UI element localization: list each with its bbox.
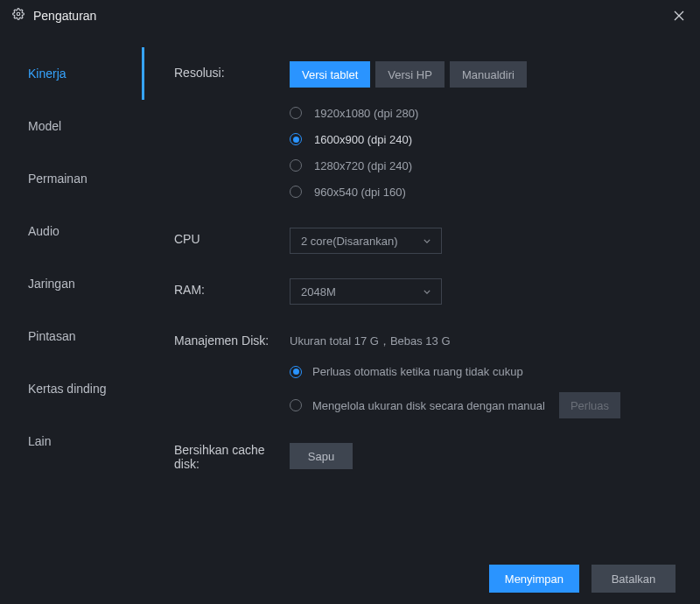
footer: Menyimpan Batalkan (0, 553, 700, 604)
cpu-value-col: 2 core(Disarankan) (290, 228, 672, 254)
resolution-options: 1920x1080 (dpi 280) 1600x900 (dpi 240) 1… (290, 100, 672, 205)
titlebar-left: Pengaturan (12, 8, 96, 24)
sidebar-item-label: Kinerja (28, 67, 66, 81)
window-title: Pengaturan (33, 9, 96, 23)
ram-select[interactable]: 2048M (290, 278, 442, 305)
resolution-tabs: Versi tablet Versi HP Manualdiri (290, 61, 672, 88)
cpu-select-value: 2 core(Disarankan) (301, 235, 398, 248)
sidebar-item-label: Model (28, 119, 61, 133)
sidebar-item-audio[interactable]: Audio (0, 205, 144, 257)
tab-manual[interactable]: Manualdiri (450, 61, 527, 88)
radio-label: 960x540 (dpi 160) (314, 186, 406, 199)
radio-label: 1600x900 (dpi 240) (314, 133, 412, 146)
disk-option-manual-row: Mengelola ukuran disk secara dengan manu… (290, 392, 672, 418)
sidebar-item-permainan[interactable]: Permainan (0, 152, 144, 205)
tab-tablet[interactable]: Versi tablet (290, 61, 370, 88)
resolution-option-1920[interactable]: 1920x1080 (dpi 280) (290, 100, 672, 126)
resolution-label: Resolusi: (174, 61, 290, 80)
radio-label: 1280x720 (dpi 240) (314, 159, 412, 172)
ram-value-col: 2048M (290, 278, 672, 305)
sidebar-active-indicator (142, 47, 144, 100)
radio-icon (290, 399, 302, 411)
save-button[interactable]: Menyimpan (489, 565, 579, 593)
close-button[interactable] (670, 7, 688, 25)
tab-phone[interactable]: Versi HP (375, 61, 444, 88)
sidebar-item-label: Jaringan (28, 277, 75, 291)
cpu-row: CPU 2 core(Disarankan) (174, 228, 672, 254)
resolution-option-1280[interactable]: 1280x720 (dpi 240) (290, 152, 672, 179)
radio-icon (290, 159, 302, 172)
radio-label: 1920x1080 (dpi 280) (314, 107, 418, 120)
cpu-select[interactable]: 2 core(Disarankan) (290, 228, 442, 254)
disk-value-col: Ukuran total 17 G，Bebas 13 G Perluas oto… (290, 329, 672, 418)
main-area: Kinerja Model Permainan Audio Jaringan P… (0, 32, 700, 553)
radio-icon (290, 107, 302, 119)
sidebar-item-jaringan[interactable]: Jaringan (0, 257, 144, 310)
cache-row: Bersihkan cache disk: Sapu (174, 443, 672, 471)
close-icon (674, 11, 684, 21)
ram-select-value: 2048M (301, 285, 336, 298)
cpu-label: CPU (174, 228, 290, 246)
sidebar-item-kertas-dinding[interactable]: Kertas dinding (0, 362, 144, 415)
sidebar-item-label: Lain (28, 434, 51, 448)
chevron-down-icon (424, 239, 430, 243)
radio-icon (290, 186, 302, 198)
sidebar-item-label: Audio (28, 224, 60, 238)
radio-label: Perluas otomatis ketika ruang tidak cuku… (312, 365, 523, 378)
sidebar-item-label: Permainan (28, 172, 88, 186)
titlebar: Pengaturan (0, 0, 700, 32)
expand-button[interactable]: Perluas (559, 392, 620, 418)
disk-label: Manajemen Disk: (174, 329, 290, 348)
radio-icon (290, 366, 302, 378)
chevron-down-icon (424, 290, 430, 294)
disk-info: Ukuran total 17 G，Bebas 13 G (290, 329, 672, 349)
disk-option-auto[interactable]: Perluas otomatis ketika ruang tidak cuku… (290, 365, 672, 378)
disk-option-manual[interactable]: Mengelola ukuran disk secara dengan manu… (290, 399, 545, 412)
resolution-option-1600[interactable]: 1600x900 (dpi 240) (290, 126, 672, 152)
resolution-controls: Versi tablet Versi HP Manualdiri 1920x10… (290, 61, 672, 205)
sidebar-item-kinerja[interactable]: Kinerja (0, 47, 144, 100)
resolution-row: Resolusi: Versi tablet Versi HP Manualdi… (174, 61, 672, 205)
gear-icon (12, 8, 24, 24)
ram-row: RAM: 2048M (174, 278, 672, 305)
sidebar-item-label: Pintasan (28, 329, 75, 343)
sidebar-item-lain[interactable]: Lain (0, 415, 144, 467)
ram-label: RAM: (174, 278, 290, 297)
cancel-button[interactable]: Batalkan (592, 565, 676, 593)
sidebar-item-pintasan[interactable]: Pintasan (0, 310, 144, 362)
radio-label: Mengelola ukuran disk secara dengan manu… (312, 399, 545, 412)
sidebar: Kinerja Model Permainan Audio Jaringan P… (0, 32, 144, 553)
sidebar-item-label: Kertas dinding (28, 382, 107, 396)
sweep-button[interactable]: Sapu (290, 443, 353, 469)
resolution-option-960[interactable]: 960x540 (dpi 160) (290, 179, 672, 205)
disk-row: Manajemen Disk: Ukuran total 17 G，Bebas … (174, 329, 672, 418)
svg-point-0 (17, 12, 20, 16)
cache-value-col: Sapu (290, 443, 672, 469)
cache-label: Bersihkan cache disk: (174, 443, 290, 471)
radio-icon (290, 133, 302, 145)
sidebar-item-model[interactable]: Model (0, 100, 144, 152)
content-panel: Resolusi: Versi tablet Versi HP Manualdi… (144, 32, 700, 553)
